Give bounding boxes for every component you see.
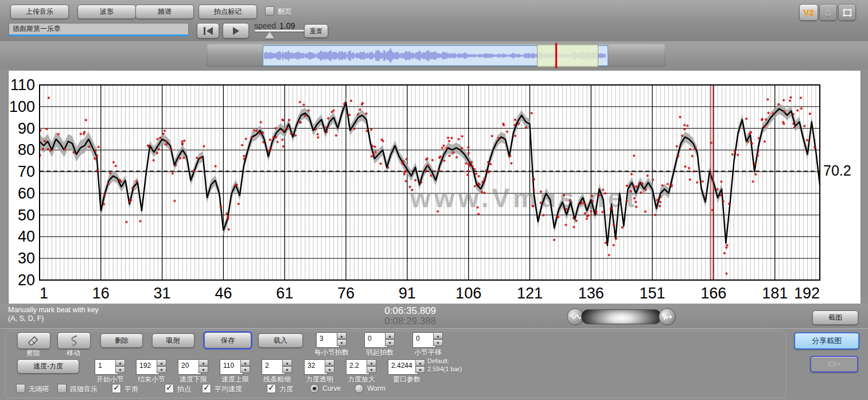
rewind-bar-icon [204, 27, 205, 35]
checkbox-2[interactable] [57, 384, 67, 393]
row1-spinner-1-value[interactable]: 3 [316, 332, 340, 348]
row2-spinner-7-decrement-arrow[interactable]: ▼ [367, 366, 376, 373]
row2-spinner-2-value[interactable]: 192 [136, 359, 159, 375]
row2-spinner-5-decrement-arrow[interactable]: ▼ [282, 366, 292, 373]
row2-spinner-7-stepper: ▲▼ [367, 359, 376, 373]
row1-spinner-2-decrement-arrow[interactable]: ▼ [385, 339, 395, 346]
row1-spinner-1-decrement-arrow[interactable]: ▼ [337, 339, 347, 346]
radio-worm[interactable] [355, 384, 364, 393]
x-axis-tick-label: 151 [640, 285, 665, 302]
row2-spinner-8-value[interactable]: 2.4244 [388, 359, 418, 375]
row2-spinner-7-increment-arrow[interactable]: ▲ [367, 359, 376, 366]
beat-key-hint-line1: Manually mark beat with key [8, 306, 99, 314]
row1-spinner-1-increment-arrow[interactable]: ▲ [337, 332, 347, 339]
row2-spinner-4-label: 速度上限 [212, 375, 259, 385]
delete-button[interactable]: 删除 [100, 333, 143, 348]
snapshot-button[interactable]: 截图 [812, 310, 858, 325]
toolbar-button-3[interactable]: 频谱 [135, 5, 194, 19]
waveform-playhead[interactable] [555, 43, 557, 68]
load-button[interactable]: 载入 [258, 333, 303, 348]
row1-spinner-2-value[interactable]: 0 [364, 332, 388, 348]
toolbar-button-2[interactable]: 波形 [77, 5, 136, 19]
move-button[interactable] [57, 332, 91, 349]
row1-spinner-1-stepper: ▲▼ [337, 332, 347, 346]
row2-spinner-3-increment-arrow[interactable]: ▲ [198, 359, 208, 366]
speed-value: 1.09 [279, 21, 295, 30]
row1-spinner-3-decrement-arrow[interactable]: ▼ [433, 339, 443, 346]
row2-spinner-4-value[interactable]: 110 [220, 359, 243, 375]
home-icon: ⌂ [825, 7, 831, 18]
tempo-chart[interactable]: www.Vmus.net2030405060708090100110116314… [8, 70, 861, 304]
y-axis-tick-label: 40 [18, 228, 35, 245]
row2-spinner-8-increment-arrow[interactable]: ▲ [415, 359, 425, 366]
radio-curve[interactable] [310, 384, 319, 393]
checkbox-label-2: 跟随音乐 [70, 385, 98, 394]
checkbox-5[interactable] [202, 384, 211, 393]
row2-spinner-1-increment-arrow[interactable]: ▲ [115, 359, 125, 366]
ioi-plus-button[interactable]: IOI+ [810, 356, 858, 372]
row2-spinner-5-label: 线条粗细 [254, 375, 301, 385]
erase-label: 擦除 [17, 348, 49, 358]
row2-spinner-1-decrement-arrow[interactable]: ▼ [115, 366, 125, 373]
row2-spinner-2-increment-arrow[interactable]: ▲ [157, 359, 166, 366]
row1-spinner-3-value[interactable]: 0 [412, 332, 436, 348]
y-axis-tick-label: 20 [18, 271, 35, 289]
row2-spinner-8-label: 窗口参数 [380, 375, 434, 385]
row2-spinner-3-value[interactable]: 20 [178, 359, 201, 375]
x-axis-tick-label: 1 [40, 285, 48, 302]
toolbar-button-1[interactable]: 上传音乐 [10, 5, 69, 19]
row2-spinner-1-value[interactable]: 1 [95, 359, 118, 375]
x-axis-tick-label: 61 [276, 285, 293, 302]
volume-slider[interactable] [581, 309, 661, 324]
row2-spinner-6-stepper: ▲▼ [325, 359, 334, 373]
checkbox-3[interactable] [112, 384, 121, 393]
waveform-overview[interactable] [263, 45, 608, 66]
row2-spinner-6-value[interactable]: 32 [304, 359, 328, 375]
fullscreen-icon [843, 9, 852, 17]
rewind-to-start-button[interactable] [197, 23, 219, 38]
checkbox-6[interactable] [267, 384, 276, 393]
row1-spinner-2-increment-arrow[interactable]: ▲ [385, 332, 395, 339]
page-turn-checkbox[interactable] [265, 6, 274, 15]
play-button[interactable] [223, 23, 249, 38]
home-button[interactable]: ⌂ [819, 4, 837, 21]
row2-spinner-7-value[interactable]: 2.2 [346, 359, 369, 375]
row2-spinner-8-decrement-arrow[interactable]: ▼ [415, 366, 425, 373]
title-input[interactable] [9, 23, 189, 36]
x-axis-tick-label: 16 [92, 285, 110, 302]
vmus-app: { "toolbar": { "buttons": [ {"label": "上… [0, 0, 868, 400]
row2-spinner-5-increment-arrow[interactable]: ▲ [282, 359, 292, 366]
radio-label-curve: Curve [322, 385, 341, 393]
fullscreen-button[interactable] [838, 4, 856, 21]
v2-version-badge[interactable]: V2 [799, 4, 818, 21]
checkbox-label-1: 无嘀嗒 [29, 385, 49, 394]
row2-spinner-6-decrement-arrow[interactable]: ▼ [325, 366, 334, 373]
toolbar-button-4[interactable]: 拍点标记 [198, 5, 257, 19]
speed-label: speed [254, 21, 276, 30]
mode-speed-dynamics-button[interactable]: 速度-力度 [17, 359, 79, 374]
beat-key-hint-line2: (A, S, D, F) [8, 314, 44, 323]
waveform-selection-region[interactable] [537, 44, 598, 67]
x-axis-tick-label: 46 [215, 285, 232, 302]
default-note-line1: Default: [427, 358, 449, 364]
erase-button[interactable] [17, 332, 50, 349]
checkbox-4[interactable] [165, 384, 174, 393]
row2-spinner-5-value[interactable]: 2 [262, 359, 285, 375]
row1-spinner-1-label: 每小节拍数 [308, 348, 355, 358]
row2-spinner-4-increment-arrow[interactable]: ▲ [240, 359, 250, 366]
snap-button[interactable]: 吸附 [152, 333, 194, 348]
row2-spinner-8-stepper: ▲▼ [415, 359, 425, 373]
checkbox-1[interactable] [16, 384, 25, 393]
eraser-icon [28, 336, 40, 346]
share-screenshot-button[interactable]: 分享截图 [794, 332, 859, 349]
reset-button[interactable]: 重置 [304, 24, 328, 38]
row2-spinner-4-decrement-arrow[interactable]: ▼ [240, 366, 250, 373]
row2-spinner-6-increment-arrow[interactable]: ▲ [325, 359, 334, 366]
speed-slider-track[interactable] [255, 30, 305, 32]
row2-spinner-2-decrement-arrow[interactable]: ▼ [157, 366, 166, 373]
speed-slider-thumb[interactable] [265, 32, 274, 38]
save-button[interactable]: 保存 [204, 332, 251, 348]
row1-spinner-3-increment-arrow[interactable]: ▲ [433, 332, 443, 339]
row2-spinner-3-decrement-arrow[interactable]: ▼ [198, 366, 208, 373]
loud-wave-icon[interactable] [659, 308, 676, 325]
